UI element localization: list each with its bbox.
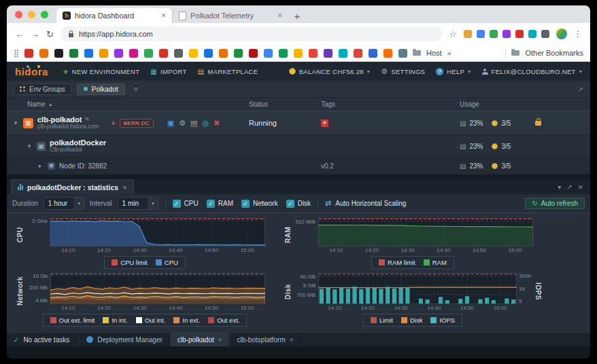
expand-list-icon[interactable]: ↗	[578, 86, 583, 93]
forward-icon[interactable]: →	[31, 29, 39, 39]
task-tab-close-icon[interactable]: ×	[290, 336, 294, 344]
env-groups-button[interactable]: Env Groups	[14, 84, 71, 95]
auto-refresh-button[interactable]: ↻ Auto refresh	[525, 198, 585, 209]
duration-select[interactable]: 1 hour ▾	[44, 197, 84, 210]
metric-toggle-network[interactable]: ✓Network	[241, 200, 278, 208]
bookmark-star-icon[interactable]: ☆	[449, 29, 457, 39]
bookmark-favicon[interactable]	[219, 49, 228, 58]
open-in-browser-icon[interactable]: ▣	[167, 120, 174, 127]
bookmark-host[interactable]: Host	[426, 49, 442, 57]
new-environment-button[interactable]: + NEW ENVIRONMENT	[63, 67, 139, 77]
bookmark-favicon[interactable]	[369, 49, 377, 58]
extension-icon[interactable]	[502, 30, 511, 38]
extension-icon[interactable]	[515, 30, 524, 38]
settings-button[interactable]: ⚙ SETTINGS	[381, 67, 425, 76]
task-tab-clb-botsplatform[interactable]: clb-botsplatform×	[230, 333, 301, 346]
task-tab-close-icon[interactable]: ×	[218, 336, 222, 344]
new-tab-button[interactable]: +	[288, 8, 306, 23]
interval-select[interactable]: 1 min ▾	[118, 197, 158, 210]
user-menu-button[interactable]: FELIX@CLOUDBURO.NET ▾	[482, 68, 582, 75]
address-bar[interactable]: https://app.hidora.com	[61, 26, 442, 41]
window-zoom-button[interactable]	[41, 11, 48, 18]
clone-environment-icon[interactable]: ▤	[190, 120, 197, 127]
bookmark-favicon[interactable]	[324, 49, 332, 58]
bookmark-favicon[interactable]	[144, 49, 153, 58]
auto-horizontal-scaling-button[interactable]: ⇄ Auto Horizontal Scaling	[325, 199, 406, 208]
metric-toggle-cpu[interactable]: ✓CPU	[173, 200, 199, 208]
column-status[interactable]: Status	[249, 101, 321, 108]
bookmark-favicon[interactable]	[309, 49, 318, 58]
additional-services-icon[interactable]: ◎	[202, 120, 209, 127]
column-usage[interactable]: Usage	[460, 101, 590, 108]
browser-menu-icon[interactable]: ⋮	[574, 29, 582, 39]
bookmark-favicon[interactable]	[114, 49, 123, 58]
metric-toggle-ram[interactable]: ✓RAM	[207, 200, 233, 208]
sort-asc-icon[interactable]: ▲	[48, 102, 53, 107]
stats-tab[interactable]: polkadotDocker : statistics ×	[11, 179, 134, 194]
tab-polkadot-telemetry[interactable]: Polkadot Telemetry ×	[172, 8, 288, 23]
bookmark-favicon[interactable]	[339, 49, 347, 58]
collapse-caret-icon[interactable]: ▾	[26, 143, 33, 149]
env-filter-polkadot[interactable]: Polkadot	[77, 84, 125, 95]
ssl-enabled-lock-icon[interactable]	[535, 121, 541, 126]
metric-toggle-disk[interactable]: ✓Disk	[286, 200, 311, 208]
other-bookmarks[interactable]: Other Bookmarks	[525, 49, 583, 57]
help-button[interactable]: ? HELP ▾	[436, 68, 471, 75]
reload-icon[interactable]: ↻	[46, 29, 54, 39]
edit-pencil-icon[interactable]: ✎	[84, 116, 90, 123]
bookmark-favicon[interactable]	[354, 49, 362, 58]
popout-panel-icon[interactable]: ↗	[566, 183, 572, 191]
bookmark-favicon[interactable]	[294, 49, 303, 58]
extension-icon[interactable]	[490, 30, 498, 38]
import-button[interactable]: ▦ IMPORT	[150, 68, 186, 75]
bookmark-favicon[interactable]	[39, 49, 48, 58]
bookmark-favicon[interactable]	[84, 49, 93, 58]
expand-caret-icon[interactable]: ▸	[37, 162, 44, 169]
bookmark-favicon[interactable]	[69, 49, 78, 58]
bookmark-favicon[interactable]	[174, 49, 183, 58]
bookmark-favicon[interactable]	[24, 49, 33, 58]
marketplace-button[interactable]: ▤ MARKETPLACE	[198, 68, 258, 75]
node-row-32882[interactable]: ▸ ▦ Node ID: 32882 v0.2 ▤ 23% 3/5	[7, 158, 590, 175]
window-close-button[interactable]	[15, 11, 22, 18]
delete-environment-icon[interactable]: ✖	[214, 120, 220, 127]
bookmark-favicon[interactable]	[249, 49, 258, 58]
bookmark-favicon[interactable]	[264, 49, 273, 58]
settings-wrench-icon[interactable]: ⚙	[179, 120, 186, 127]
bookmark-favicon[interactable]	[99, 49, 108, 58]
bookmark-favicon[interactable]	[204, 49, 213, 58]
balance-button[interactable]: BALANCE CHF56.28 ▾	[289, 68, 370, 75]
close-panel-icon[interactable]: ✕	[578, 183, 583, 191]
bookmark-favicon[interactable]	[383, 49, 392, 58]
stats-tab-close-icon[interactable]: ×	[122, 183, 126, 192]
bookmark-favicon[interactable]	[159, 49, 168, 58]
profile-avatar[interactable]	[556, 29, 567, 39]
node-group-row-polkadotdocker[interactable]: ▾ ▦ polkadotDocker Clb-polkadot ▤ 23% 3/…	[7, 135, 590, 158]
collapse-caret-icon[interactable]: ▾	[12, 120, 19, 126]
tab-close-icon[interactable]: ×	[161, 11, 166, 20]
bookmark-favicon[interactable]	[279, 49, 288, 58]
column-name[interactable]: Name	[27, 101, 46, 108]
bookmark-favicon[interactable]	[54, 49, 63, 58]
window-minimize-button[interactable]	[28, 11, 35, 18]
apps-grid-icon[interactable]: ⣿	[14, 49, 19, 58]
back-icon[interactable]: ←	[15, 29, 24, 39]
extension-icon[interactable]	[464, 30, 472, 38]
env-row-clb-polkadot[interactable]: ▾ ▦ clb-polkadot ✎ clb-polkadot.hidora.c…	[7, 111, 590, 135]
env-group-settings-icon[interactable]: ◎	[131, 84, 141, 94]
hidora-logo[interactable]: hidora	[15, 66, 52, 77]
task-tab-deployment-manager[interactable]: Deployment Manager	[79, 333, 170, 346]
bookmark-favicon[interactable]	[189, 49, 198, 58]
bookmark-favicon[interactable]	[129, 49, 138, 58]
bookmarks-overflow-icon[interactable]: »	[447, 49, 451, 57]
tab-close-icon[interactable]: ×	[277, 11, 282, 20]
bookmark-favicon[interactable]	[398, 49, 407, 58]
task-tab-clb-polkadot[interactable]: clb-polkadot×	[170, 333, 230, 346]
node-id-label[interactable]: Node ID: 32882	[59, 162, 107, 170]
tab-hidora-dashboard[interactable]: h hidora Dashboard ×	[56, 8, 172, 23]
extension-icon[interactable]	[528, 30, 536, 38]
extension-icon[interactable]	[477, 30, 485, 38]
environment-domain[interactable]: clb-polkadot.hidora.com	[37, 124, 99, 130]
minimize-panel-icon[interactable]: ▾	[558, 183, 561, 191]
bookmark-favicon[interactable]	[234, 49, 243, 58]
